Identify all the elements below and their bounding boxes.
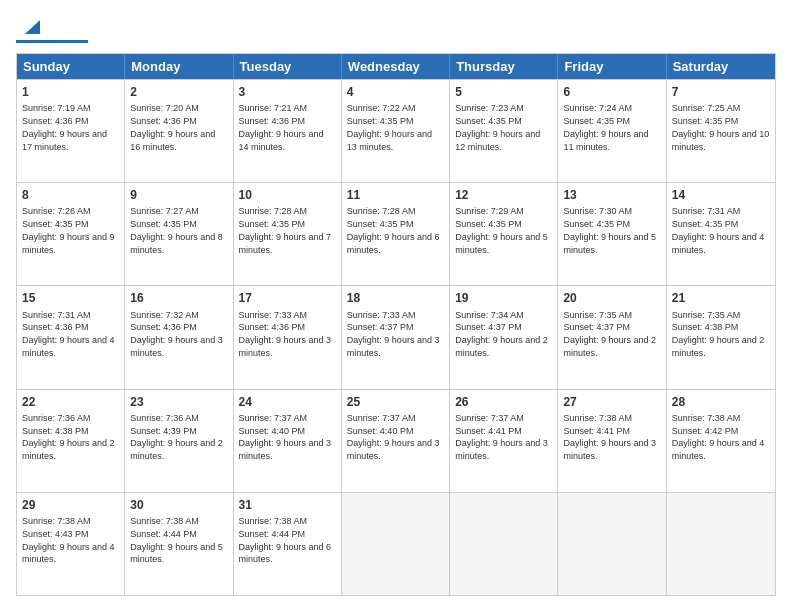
- cell-info: Sunrise: 7:27 AMSunset: 4:35 PMDaylight:…: [130, 206, 223, 254]
- logo: [16, 16, 88, 43]
- day-number: 26: [455, 394, 552, 410]
- day-number: 22: [22, 394, 119, 410]
- cell-info: Sunrise: 7:31 AMSunset: 4:35 PMDaylight:…: [672, 206, 765, 254]
- day-number: 25: [347, 394, 444, 410]
- cal-header-day: Tuesday: [234, 54, 342, 79]
- cal-header-day: Thursday: [450, 54, 558, 79]
- day-number: 31: [239, 497, 336, 513]
- cell-info: Sunrise: 7:35 AMSunset: 4:38 PMDaylight:…: [672, 310, 765, 358]
- calendar-cell: 23Sunrise: 7:36 AMSunset: 4:39 PMDayligh…: [125, 390, 233, 492]
- day-number: 9: [130, 187, 227, 203]
- day-number: 21: [672, 290, 770, 306]
- calendar-cell: 26Sunrise: 7:37 AMSunset: 4:41 PMDayligh…: [450, 390, 558, 492]
- calendar-cell: 30Sunrise: 7:38 AMSunset: 4:44 PMDayligh…: [125, 493, 233, 595]
- cal-header-day: Saturday: [667, 54, 775, 79]
- calendar-cell: 16Sunrise: 7:32 AMSunset: 4:36 PMDayligh…: [125, 286, 233, 388]
- logo-underline: [16, 40, 88, 43]
- cell-info: Sunrise: 7:38 AMSunset: 4:44 PMDaylight:…: [239, 516, 332, 564]
- calendar-cell: 19Sunrise: 7:34 AMSunset: 4:37 PMDayligh…: [450, 286, 558, 388]
- calendar-cell: 25Sunrise: 7:37 AMSunset: 4:40 PMDayligh…: [342, 390, 450, 492]
- cell-info: Sunrise: 7:28 AMSunset: 4:35 PMDaylight:…: [347, 206, 440, 254]
- day-number: 19: [455, 290, 552, 306]
- calendar-cell: 5Sunrise: 7:23 AMSunset: 4:35 PMDaylight…: [450, 80, 558, 182]
- day-number: 4: [347, 84, 444, 100]
- calendar-cell: 7Sunrise: 7:25 AMSunset: 4:35 PMDaylight…: [667, 80, 775, 182]
- calendar-cell: 28Sunrise: 7:38 AMSunset: 4:42 PMDayligh…: [667, 390, 775, 492]
- day-number: 29: [22, 497, 119, 513]
- cell-info: Sunrise: 7:31 AMSunset: 4:36 PMDaylight:…: [22, 310, 115, 358]
- day-number: 3: [239, 84, 336, 100]
- cell-info: Sunrise: 7:21 AMSunset: 4:36 PMDaylight:…: [239, 103, 324, 151]
- day-number: 27: [563, 394, 660, 410]
- day-number: 16: [130, 290, 227, 306]
- calendar-cell: 2Sunrise: 7:20 AMSunset: 4:36 PMDaylight…: [125, 80, 233, 182]
- cell-info: Sunrise: 7:33 AMSunset: 4:36 PMDaylight:…: [239, 310, 332, 358]
- calendar-cell: 21Sunrise: 7:35 AMSunset: 4:38 PMDayligh…: [667, 286, 775, 388]
- day-number: 30: [130, 497, 227, 513]
- cal-header-day: Friday: [558, 54, 666, 79]
- calendar-cell: 11Sunrise: 7:28 AMSunset: 4:35 PMDayligh…: [342, 183, 450, 285]
- calendar-cell: 29Sunrise: 7:38 AMSunset: 4:43 PMDayligh…: [17, 493, 125, 595]
- cell-info: Sunrise: 7:38 AMSunset: 4:41 PMDaylight:…: [563, 413, 656, 461]
- day-number: 2: [130, 84, 227, 100]
- day-number: 20: [563, 290, 660, 306]
- calendar-cell: 6Sunrise: 7:24 AMSunset: 4:35 PMDaylight…: [558, 80, 666, 182]
- calendar-cell: 14Sunrise: 7:31 AMSunset: 4:35 PMDayligh…: [667, 183, 775, 285]
- calendar-cell: [558, 493, 666, 595]
- cell-info: Sunrise: 7:29 AMSunset: 4:35 PMDaylight:…: [455, 206, 548, 254]
- day-number: 17: [239, 290, 336, 306]
- calendar-cell: 17Sunrise: 7:33 AMSunset: 4:36 PMDayligh…: [234, 286, 342, 388]
- cell-info: Sunrise: 7:36 AMSunset: 4:39 PMDaylight:…: [130, 413, 223, 461]
- cal-header-day: Sunday: [17, 54, 125, 79]
- day-number: 1: [22, 84, 119, 100]
- cell-info: Sunrise: 7:26 AMSunset: 4:35 PMDaylight:…: [22, 206, 115, 254]
- cell-info: Sunrise: 7:38 AMSunset: 4:42 PMDaylight:…: [672, 413, 765, 461]
- cell-info: Sunrise: 7:30 AMSunset: 4:35 PMDaylight:…: [563, 206, 656, 254]
- cell-info: Sunrise: 7:25 AMSunset: 4:35 PMDaylight:…: [672, 103, 770, 151]
- page: SundayMondayTuesdayWednesdayThursdayFrid…: [0, 0, 792, 612]
- cell-info: Sunrise: 7:33 AMSunset: 4:37 PMDaylight:…: [347, 310, 440, 358]
- day-number: 12: [455, 187, 552, 203]
- day-number: 23: [130, 394, 227, 410]
- day-number: 15: [22, 290, 119, 306]
- calendar-cell: [342, 493, 450, 595]
- calendar-cell: 27Sunrise: 7:38 AMSunset: 4:41 PMDayligh…: [558, 390, 666, 492]
- cell-info: Sunrise: 7:28 AMSunset: 4:35 PMDaylight:…: [239, 206, 332, 254]
- cell-info: Sunrise: 7:34 AMSunset: 4:37 PMDaylight:…: [455, 310, 548, 358]
- calendar-row: 1Sunrise: 7:19 AMSunset: 4:36 PMDaylight…: [17, 79, 775, 182]
- calendar-cell: 15Sunrise: 7:31 AMSunset: 4:36 PMDayligh…: [17, 286, 125, 388]
- cell-info: Sunrise: 7:22 AMSunset: 4:35 PMDaylight:…: [347, 103, 432, 151]
- day-number: 10: [239, 187, 336, 203]
- cell-info: Sunrise: 7:20 AMSunset: 4:36 PMDaylight:…: [130, 103, 215, 151]
- cell-info: Sunrise: 7:35 AMSunset: 4:37 PMDaylight:…: [563, 310, 656, 358]
- calendar-row: 8Sunrise: 7:26 AMSunset: 4:35 PMDaylight…: [17, 182, 775, 285]
- calendar-cell: [667, 493, 775, 595]
- calendar-row: 15Sunrise: 7:31 AMSunset: 4:36 PMDayligh…: [17, 285, 775, 388]
- calendar-row: 29Sunrise: 7:38 AMSunset: 4:43 PMDayligh…: [17, 492, 775, 595]
- cell-info: Sunrise: 7:19 AMSunset: 4:36 PMDaylight:…: [22, 103, 107, 151]
- cell-info: Sunrise: 7:32 AMSunset: 4:36 PMDaylight:…: [130, 310, 223, 358]
- cell-info: Sunrise: 7:24 AMSunset: 4:35 PMDaylight:…: [563, 103, 648, 151]
- cell-info: Sunrise: 7:36 AMSunset: 4:38 PMDaylight:…: [22, 413, 115, 461]
- calendar-cell: 1Sunrise: 7:19 AMSunset: 4:36 PMDaylight…: [17, 80, 125, 182]
- day-number: 8: [22, 187, 119, 203]
- day-number: 7: [672, 84, 770, 100]
- header: [16, 16, 776, 43]
- cell-info: Sunrise: 7:38 AMSunset: 4:43 PMDaylight:…: [22, 516, 115, 564]
- calendar-cell: 24Sunrise: 7:37 AMSunset: 4:40 PMDayligh…: [234, 390, 342, 492]
- calendar-cell: 31Sunrise: 7:38 AMSunset: 4:44 PMDayligh…: [234, 493, 342, 595]
- calendar-cell: 4Sunrise: 7:22 AMSunset: 4:35 PMDaylight…: [342, 80, 450, 182]
- day-number: 28: [672, 394, 770, 410]
- calendar-cell: 18Sunrise: 7:33 AMSunset: 4:37 PMDayligh…: [342, 286, 450, 388]
- day-number: 11: [347, 187, 444, 203]
- calendar-cell: 10Sunrise: 7:28 AMSunset: 4:35 PMDayligh…: [234, 183, 342, 285]
- calendar-cell: 22Sunrise: 7:36 AMSunset: 4:38 PMDayligh…: [17, 390, 125, 492]
- calendar-cell: 20Sunrise: 7:35 AMSunset: 4:37 PMDayligh…: [558, 286, 666, 388]
- day-number: 24: [239, 394, 336, 410]
- cell-info: Sunrise: 7:23 AMSunset: 4:35 PMDaylight:…: [455, 103, 540, 151]
- cal-header-day: Monday: [125, 54, 233, 79]
- calendar-cell: [450, 493, 558, 595]
- calendar: SundayMondayTuesdayWednesdayThursdayFrid…: [16, 53, 776, 596]
- day-number: 13: [563, 187, 660, 203]
- calendar-row: 22Sunrise: 7:36 AMSunset: 4:38 PMDayligh…: [17, 389, 775, 492]
